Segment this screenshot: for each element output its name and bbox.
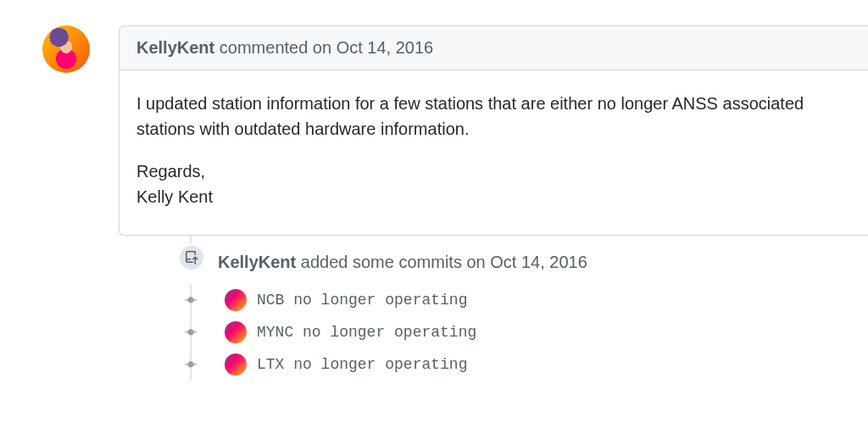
commit-message-link[interactable]: MYNC no longer operating bbox=[257, 324, 476, 341]
comment-signature: Regards, Kelly Kent bbox=[136, 159, 851, 209]
comment-author-link[interactable]: KellyKent bbox=[136, 38, 214, 57]
git-commit-icon bbox=[185, 326, 197, 338]
commit-avatar[interactable] bbox=[225, 289, 247, 311]
commit-dot bbox=[185, 359, 197, 370]
commit-dot bbox=[185, 294, 197, 306]
commit-message-link[interactable]: NCB no longer operating bbox=[257, 292, 467, 309]
commit-dot bbox=[185, 326, 197, 338]
commits-badge bbox=[178, 244, 205, 271]
commit-avatar[interactable] bbox=[225, 321, 247, 343]
timeline-date: Oct 14, 2016 bbox=[490, 253, 587, 271]
comment-action: commented on bbox=[220, 38, 331, 57]
commit-row: NCB no longer operating bbox=[140, 284, 868, 316]
git-commit-icon bbox=[185, 359, 197, 370]
timeline: KellyKent added some commits on Oct 14, … bbox=[140, 236, 868, 381]
comment-body: I updated station information for a few … bbox=[120, 70, 868, 235]
repo-push-icon bbox=[185, 251, 198, 264]
timeline-event-text: KellyKent added some commits on Oct 14, … bbox=[218, 248, 868, 272]
avatar-image bbox=[42, 25, 90, 73]
commit-row: MYNC no longer operating bbox=[140, 316, 868, 348]
commit-avatar[interactable] bbox=[225, 353, 247, 376]
comment-date: Oct 14, 2016 bbox=[337, 38, 434, 57]
commit-row: LTX no longer operating bbox=[140, 348, 868, 381]
comment-header: KellyKent commented on Oct 14, 2016 bbox=[120, 26, 868, 70]
avatar[interactable] bbox=[42, 25, 90, 73]
comment-container: KellyKent commented on Oct 14, 2016 I up… bbox=[119, 25, 868, 236]
comment-paragraph: I updated station information for a few … bbox=[136, 91, 851, 142]
commit-list: NCB no longer operating MYNC no longer o… bbox=[140, 284, 868, 381]
timeline-action: added some commits on bbox=[301, 253, 486, 271]
timeline-event: KellyKent added some commits on Oct 14, … bbox=[140, 236, 868, 284]
git-commit-icon bbox=[185, 294, 197, 306]
timeline-author-link[interactable]: KellyKent bbox=[218, 253, 296, 271]
commit-message-link[interactable]: LTX no longer operating bbox=[257, 356, 467, 373]
